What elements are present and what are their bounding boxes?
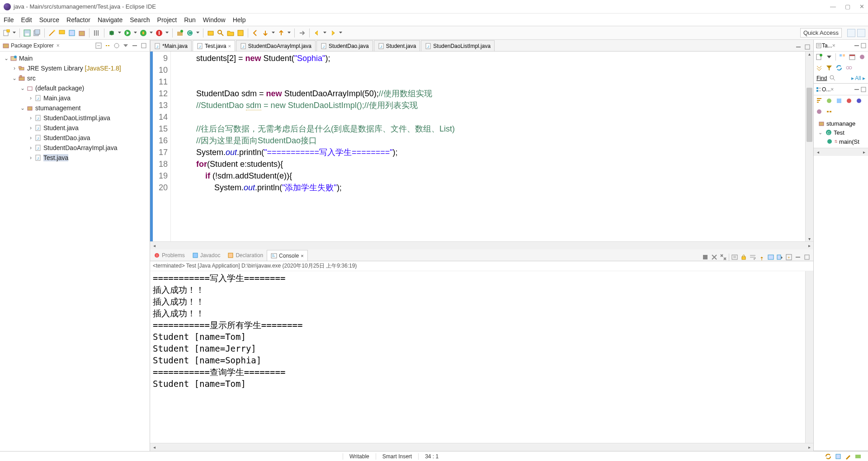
outline-package[interactable]: stumanage bbox=[818, 119, 865, 128]
scroll-right-icon[interactable]: ▸ bbox=[805, 445, 813, 450]
word-wrap-icon[interactable] bbox=[749, 254, 756, 261]
tree-default-package[interactable]: ⌄ (default package) bbox=[19, 83, 149, 93]
minimize-icon[interactable] bbox=[854, 87, 859, 92]
menu-run[interactable]: Run bbox=[184, 16, 196, 24]
menu-navigate[interactable]: Navigate bbox=[98, 16, 123, 24]
package-explorer-tree[interactable]: ⌄ Main › JRE System Library [JavaSE-1.8]… bbox=[0, 52, 150, 451]
editor-tab[interactable]: J StudenDaoListImpl.java bbox=[421, 40, 495, 51]
maximize-button[interactable]: ▢ bbox=[845, 3, 850, 10]
maximize-icon[interactable] bbox=[861, 43, 866, 48]
filter-icon[interactable] bbox=[826, 64, 833, 71]
sync-icon[interactable] bbox=[835, 64, 843, 71]
chevron-down-icon[interactable] bbox=[272, 31, 275, 34]
outline-horizontal-scrollbar[interactable]: ◂ ▸ bbox=[814, 148, 868, 156]
tree-file[interactable]: › J Test.java bbox=[27, 153, 149, 163]
tree-stumanagement[interactable]: ⌄ stumanagement bbox=[19, 103, 149, 113]
chevron-down-icon[interactable] bbox=[196, 31, 199, 34]
outline-class[interactable]: ⌄ C Test bbox=[818, 128, 865, 137]
search-icon[interactable] bbox=[217, 29, 224, 37]
menu-refactor[interactable]: Refactor bbox=[66, 16, 90, 24]
chevron-down-icon[interactable] bbox=[134, 31, 137, 34]
focus-icon[interactable] bbox=[859, 53, 866, 61]
console-vertical-scrollbar[interactable] bbox=[805, 271, 813, 443]
editor-tab[interactable]: J *Main.java bbox=[150, 40, 192, 51]
tab-problems[interactable]: ! Problems bbox=[150, 250, 189, 261]
scroll-left-icon[interactable]: ◂ bbox=[150, 445, 158, 450]
folder-icon[interactable] bbox=[227, 29, 234, 37]
save-all-icon[interactable] bbox=[33, 29, 41, 37]
menu-edit[interactable]: Edit bbox=[21, 16, 32, 24]
outline-tree[interactable]: stumanage ⌄ C Test S main(St bbox=[814, 117, 868, 148]
task-icon[interactable] bbox=[237, 29, 244, 37]
remove-launch-icon[interactable] bbox=[711, 254, 718, 261]
tab-declaration[interactable]: Declaration bbox=[224, 250, 267, 261]
tree-file[interactable]: › J StudentDao.java bbox=[27, 133, 149, 143]
collapse-all-icon[interactable] bbox=[95, 42, 102, 49]
close-icon[interactable]: × bbox=[228, 43, 231, 49]
link-icon[interactable] bbox=[845, 64, 853, 71]
display-selected-icon[interactable] bbox=[767, 254, 774, 261]
remove-all-icon[interactable] bbox=[720, 254, 727, 261]
tree-file[interactable]: › J StudentDaoArrayImpl.java bbox=[27, 143, 149, 153]
tree-src[interactable]: ⌄ src bbox=[11, 73, 149, 83]
console-horizontal-scrollbar[interactable]: ◂ ▸ bbox=[150, 443, 813, 451]
chevron-down-icon[interactable] bbox=[288, 31, 291, 34]
open-perspective-icon[interactable] bbox=[847, 29, 855, 37]
close-icon[interactable]: × bbox=[57, 42, 60, 49]
close-button[interactable]: ✕ bbox=[859, 3, 864, 10]
next-annotation-icon[interactable] bbox=[262, 29, 269, 37]
new-class-icon[interactable]: C bbox=[186, 29, 193, 37]
forward-icon[interactable] bbox=[329, 29, 336, 37]
sort-icon[interactable] bbox=[816, 97, 823, 104]
editor-tab[interactable]: J StudentDaoArrayImpl.java bbox=[236, 40, 316, 51]
wand-icon[interactable] bbox=[48, 29, 56, 37]
scroll-down-icon[interactable]: ▾ bbox=[806, 236, 813, 241]
menu-search[interactable]: Search bbox=[130, 16, 150, 24]
scroll-right-icon[interactable]: ▸ bbox=[805, 243, 813, 248]
editor-tab[interactable]: J Student.java bbox=[374, 40, 420, 51]
save-icon[interactable] bbox=[24, 29, 31, 37]
new-pkg-icon[interactable] bbox=[176, 29, 184, 37]
chevron-down-icon[interactable] bbox=[339, 31, 342, 34]
scroll-right-icon[interactable]: ▸ bbox=[860, 150, 868, 155]
chevron-down-icon[interactable] bbox=[323, 31, 326, 34]
quick-access-input[interactable]: Quick Access bbox=[800, 28, 842, 38]
minimize-icon[interactable] bbox=[795, 44, 802, 50]
new-task-icon[interactable] bbox=[816, 53, 823, 61]
tree-file[interactable]: › J Student.java bbox=[27, 123, 149, 133]
back-icon[interactable] bbox=[313, 29, 321, 37]
menu-source[interactable]: Source bbox=[39, 16, 59, 24]
editor-horizontal-scrollbar[interactable]: ◂ ▸ bbox=[150, 241, 813, 249]
focus-task-icon[interactable] bbox=[113, 42, 120, 49]
editor-tab[interactable]: J Test.java × bbox=[193, 40, 235, 51]
chevron-down-icon[interactable] bbox=[150, 31, 153, 34]
paint-icon[interactable] bbox=[58, 29, 66, 37]
sync-status-icon[interactable] bbox=[825, 453, 832, 460]
new-icon[interactable] bbox=[3, 29, 10, 37]
last-edit-location-icon[interactable] bbox=[298, 29, 306, 37]
chevron-down-icon[interactable] bbox=[826, 53, 833, 61]
tree-file-main[interactable]: › J Main.java bbox=[27, 93, 149, 103]
menu-window[interactable]: Window bbox=[203, 16, 226, 24]
maximize-icon[interactable] bbox=[803, 254, 811, 261]
hide-fields-icon[interactable] bbox=[826, 97, 833, 104]
categorize-icon[interactable] bbox=[839, 53, 846, 61]
link-editor-icon[interactable] bbox=[104, 42, 111, 49]
hide-nonpublic-icon[interactable] bbox=[845, 97, 853, 104]
maximize-icon[interactable] bbox=[861, 87, 866, 92]
open-console-icon[interactable]: + bbox=[785, 254, 793, 261]
toggle-icon[interactable] bbox=[68, 29, 75, 37]
minimize-icon[interactable] bbox=[854, 43, 859, 48]
minimize-icon[interactable] bbox=[132, 42, 138, 49]
run-icon[interactable] bbox=[124, 29, 131, 37]
view-menu-icon[interactable] bbox=[123, 42, 129, 49]
open-type-icon[interactable] bbox=[207, 29, 214, 37]
pin-console-icon[interactable] bbox=[758, 254, 765, 261]
menu-file[interactable]: File bbox=[4, 16, 14, 24]
maximize-icon[interactable] bbox=[141, 42, 147, 49]
minimize-button[interactable]: — bbox=[830, 3, 836, 10]
code-editor[interactable]: students[2] = new Student("Sophia"); Stu… bbox=[171, 52, 805, 241]
chevron-down-icon[interactable] bbox=[165, 31, 169, 34]
hide-local-icon[interactable] bbox=[855, 97, 863, 104]
schedule-icon[interactable] bbox=[849, 53, 856, 61]
